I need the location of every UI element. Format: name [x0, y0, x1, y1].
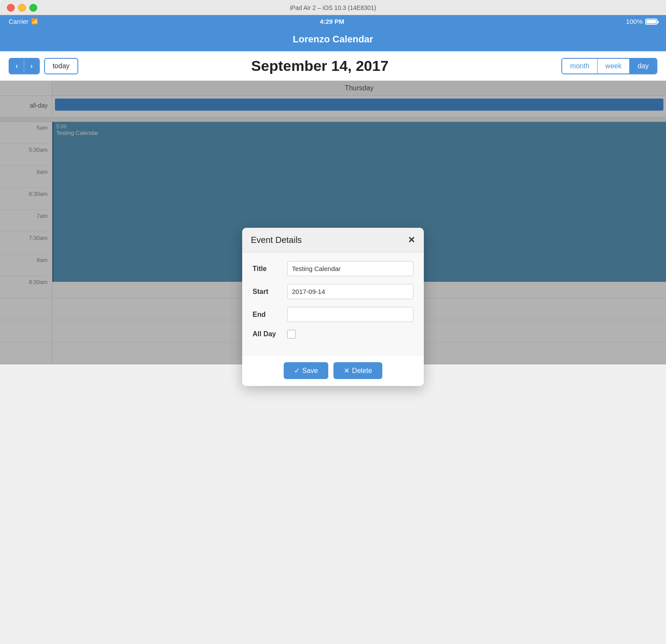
- end-label: End: [253, 311, 287, 319]
- modal-close-button[interactable]: ✕: [408, 235, 415, 245]
- nav-buttons: ‹ ›: [9, 58, 40, 74]
- event-details-modal: Event Details ✕ Title Start End All Day: [242, 228, 424, 386]
- minimize-button[interactable]: [18, 4, 26, 12]
- battery-icon: [645, 19, 657, 25]
- form-row-end: End: [253, 307, 413, 322]
- end-input[interactable]: [287, 307, 413, 322]
- battery-fill: [647, 20, 656, 23]
- status-right: 100%: [626, 18, 657, 25]
- allday-checkbox[interactable]: [287, 330, 296, 338]
- save-button[interactable]: ✓ Save: [284, 362, 328, 379]
- window-buttons: [7, 4, 37, 12]
- status-time: 4:29 PM: [320, 18, 344, 25]
- battery-label: 100%: [626, 18, 643, 25]
- start-label: Start: [253, 288, 287, 296]
- app-title: Lorenzo Calendar: [6, 34, 660, 45]
- save-label: Save: [302, 367, 318, 375]
- wifi-icon: 📶: [31, 18, 38, 25]
- app-header: Lorenzo Calendar: [0, 28, 666, 51]
- modal-header: Event Details ✕: [242, 228, 424, 252]
- start-input[interactable]: [287, 284, 413, 299]
- current-date: September 14, 2017: [251, 57, 389, 74]
- calendar-main: Thursday all-day 5am 5:09: [0, 81, 666, 364]
- status-left: Carrier 📶: [9, 18, 38, 25]
- close-button[interactable]: [7, 4, 15, 12]
- maximize-button[interactable]: [29, 4, 37, 12]
- week-view-button[interactable]: week: [598, 59, 630, 73]
- title-input[interactable]: [287, 261, 413, 276]
- delete-label: Delete: [352, 367, 372, 375]
- window-chrome: iPad Air 2 – iOS 10.3 (14E8301): [0, 0, 666, 15]
- allday-label: All Day: [253, 330, 287, 338]
- modal-title: Event Details: [251, 235, 302, 245]
- calendar-toolbar: ‹ › today September 14, 2017 month week …: [0, 51, 666, 81]
- delete-button[interactable]: ✕ Delete: [333, 362, 382, 379]
- delete-icon: ✕: [344, 367, 349, 375]
- view-buttons: month week day: [561, 58, 657, 74]
- next-button[interactable]: ›: [24, 59, 38, 73]
- status-bar: Carrier 📶 4:29 PM 100%: [0, 15, 666, 28]
- title-label: Title: [253, 265, 287, 273]
- form-row-start: Start: [253, 284, 413, 299]
- modal-body: Title Start End All Day: [242, 252, 424, 355]
- form-row-title: Title: [253, 261, 413, 276]
- modal-footer: ✓ Save ✕ Delete: [242, 355, 424, 386]
- today-button[interactable]: today: [44, 58, 78, 74]
- day-view-button[interactable]: day: [630, 59, 656, 73]
- month-view-button[interactable]: month: [562, 59, 597, 73]
- form-row-allday: All Day: [253, 330, 413, 338]
- toolbar-left: ‹ › today: [9, 58, 78, 74]
- prev-button[interactable]: ‹: [10, 59, 24, 73]
- carrier-label: Carrier: [9, 18, 29, 25]
- save-icon: ✓: [294, 367, 300, 375]
- window-title: iPad Air 2 – iOS 10.3 (14E8301): [290, 4, 376, 11]
